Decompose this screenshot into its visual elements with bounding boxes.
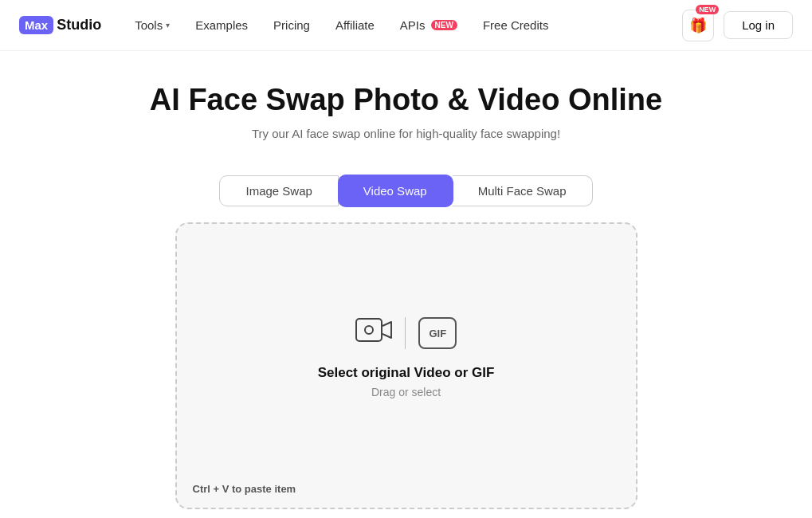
gif-icon: GIF [418, 317, 457, 349]
gift-button[interactable]: 🎁 NEW [682, 10, 714, 41]
logo-link[interactable]: Max Studio [19, 16, 101, 34]
gift-icon: 🎁 [689, 17, 707, 34]
video-icon [355, 318, 392, 348]
logo-max: Max [19, 16, 53, 34]
nav-tools-label: Tools [135, 18, 163, 32]
nav-links: Tools ▾ Examples Pricing Affiliate APIs … [124, 14, 676, 37]
gift-new-badge: NEW [696, 5, 719, 14]
upload-icons: GIF [355, 317, 457, 349]
nav-examples-label: Examples [195, 18, 248, 32]
login-button[interactable]: Log in [724, 11, 793, 39]
apis-new-badge: NEW [431, 20, 457, 30]
nav-apis[interactable]: APIs NEW [389, 14, 469, 37]
navbar: Max Studio Tools ▾ Examples Pricing Affi… [0, 0, 812, 51]
gif-label: GIF [429, 328, 446, 339]
nav-pricing-label: Pricing [273, 18, 310, 32]
upload-outer: GIF Select original Video or GIF Drag or… [0, 222, 812, 518]
nav-examples[interactable]: Examples [184, 14, 259, 37]
hero-title: AI Face Swap Photo & Video Online [16, 83, 796, 117]
tabs-container: Image Swap Video Swap Multi Face Swap [0, 175, 812, 206]
upload-area[interactable]: GIF Select original Video or GIF Drag or… [175, 222, 637, 509]
chevron-down-icon: ▾ [166, 21, 170, 29]
paste-shortcut: Ctrl + V [193, 483, 229, 495]
upload-subtitle: Drag or select [371, 386, 441, 398]
nav-free-credits-label: Free Credits [483, 18, 549, 32]
nav-free-credits[interactable]: Free Credits [472, 14, 560, 37]
nav-pricing[interactable]: Pricing [262, 14, 321, 37]
logo-studio: Studio [57, 17, 101, 33]
icons-divider [405, 317, 406, 349]
nav-tools[interactable]: Tools ▾ [124, 14, 181, 37]
nav-affiliate[interactable]: Affiliate [324, 14, 386, 37]
paste-hint: Ctrl + V to paste item [193, 483, 296, 495]
upload-title: Select original Video or GIF [318, 365, 495, 381]
hero-section: AI Face Swap Photo & Video Online Try ou… [0, 51, 812, 156]
nav-right: 🎁 NEW Log in [682, 10, 793, 41]
paste-hint-text: to paste item [229, 483, 296, 495]
svg-point-1 [365, 326, 373, 334]
tab-video-swap[interactable]: Video Swap [338, 175, 453, 207]
nav-apis-label: APIs [400, 18, 426, 32]
svg-rect-0 [356, 319, 382, 341]
tab-multi-face-swap[interactable]: Multi Face Swap [453, 175, 593, 206]
hero-subtitle: Try our AI face swap online for high-qua… [16, 127, 796, 140]
tab-image-swap[interactable]: Image Swap [219, 175, 338, 206]
nav-affiliate-label: Affiliate [335, 18, 375, 32]
